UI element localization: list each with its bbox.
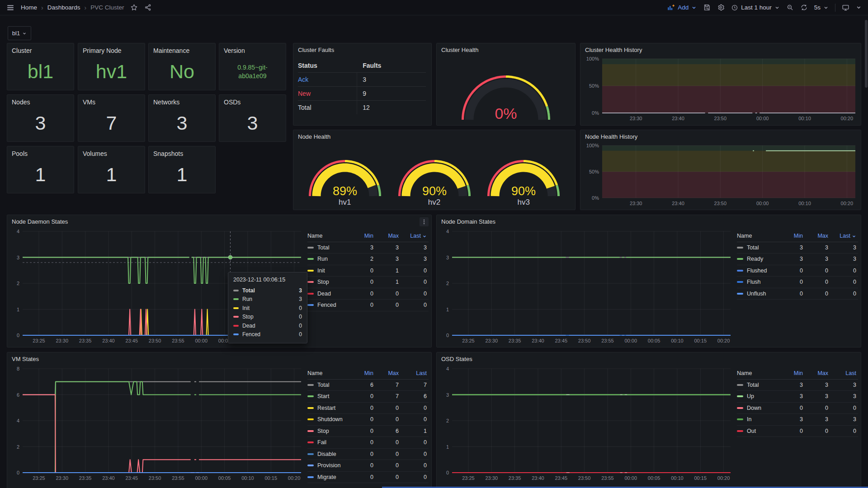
- stat-panel-volumes: Volumes 1: [78, 146, 145, 193]
- legend-min-value: 0: [353, 428, 375, 434]
- legend-header-last[interactable]: Last: [401, 370, 429, 376]
- table-row: Total12: [298, 101, 426, 114]
- legend-header-last[interactable]: Last: [401, 233, 429, 239]
- breadcrumb-current: PVC Cluster: [90, 4, 124, 11]
- svg-text:00:00: 00:00: [195, 338, 208, 343]
- vm-states-chart[interactable]: 0246823:2523:3023:3523:4023:4523:5023:55…: [10, 364, 305, 483]
- legend-min-value: 0: [353, 439, 375, 446]
- legend-series-dead[interactable]: Dead: [307, 291, 353, 297]
- legend-series-restart[interactable]: Restart: [307, 405, 353, 411]
- legend-header-max[interactable]: Max: [375, 233, 401, 239]
- legend-row: Out000: [737, 426, 858, 437]
- time-range-picker[interactable]: Last 1 hour: [731, 4, 780, 11]
- series-color-swatch: [307, 258, 314, 260]
- legend-series-init[interactable]: Init: [307, 267, 353, 274]
- osd-states-chart[interactable]: 0123423:2523:3023:3523:4023:4523:5023:55…: [439, 364, 734, 483]
- legend-row: Start076: [307, 391, 429, 403]
- legend-max-value: 0: [375, 451, 401, 457]
- legend-series-fail[interactable]: Fail: [307, 439, 353, 446]
- scrollbar-thumb[interactable]: [865, 20, 868, 88]
- table-header-faults[interactable]: Faults: [357, 59, 426, 72]
- panel-menu-icon[interactable]: [420, 217, 429, 226]
- panel-osd-states: OSD States 0123423:2523:3023:3523:4023:4…: [436, 352, 861, 488]
- legend-series-fenced[interactable]: Fenced: [307, 302, 353, 308]
- refresh-interval-picker[interactable]: 5s: [814, 4, 829, 11]
- svg-text:23:50: 23:50: [578, 475, 591, 481]
- svg-text:00:05: 00:05: [648, 338, 660, 343]
- legend-last-value: 0: [401, 267, 429, 274]
- legend-min-value: 3: [782, 416, 805, 422]
- legend-series-total[interactable]: Total: [307, 382, 353, 388]
- variable-selector[interactable]: bl1: [8, 26, 31, 40]
- legend-header-max[interactable]: Max: [805, 370, 830, 376]
- stat-title: Cluster: [12, 47, 32, 54]
- legend-header-name[interactable]: Name: [307, 370, 353, 376]
- legend-series-stop[interactable]: Stop: [307, 428, 353, 434]
- legend-series-stop[interactable]: Stop: [307, 279, 353, 285]
- series-color-swatch: [233, 307, 239, 309]
- legend-series-total[interactable]: Total: [307, 244, 353, 251]
- series-color-swatch: [307, 304, 314, 306]
- legend-min-value: 0: [353, 405, 375, 411]
- legend-series-total[interactable]: Total: [737, 382, 782, 388]
- legend-series-up[interactable]: Up: [737, 393, 782, 399]
- legend-series-shutdown[interactable]: Shutdown: [307, 416, 353, 422]
- zoom-out-icon[interactable]: [786, 4, 794, 11]
- table-header-status[interactable]: Status: [298, 59, 357, 72]
- breadcrumb-home[interactable]: Home: [21, 4, 37, 11]
- gauge-label: hv2: [428, 198, 440, 207]
- svg-text:0: 0: [17, 470, 19, 475]
- legend-series-run[interactable]: Run: [307, 256, 353, 262]
- legend-series-provision[interactable]: Provision: [307, 462, 353, 469]
- share-icon[interactable]: [144, 4, 152, 11]
- legend-header-last[interactable]: Last: [830, 370, 858, 376]
- legend-series-flushed[interactable]: Flushed: [737, 267, 782, 274]
- legend-series-in[interactable]: In: [737, 416, 782, 422]
- svg-text:23:50: 23:50: [714, 116, 727, 121]
- panel-title: Node Health: [298, 133, 330, 140]
- series-color-swatch: [307, 293, 314, 295]
- legend-header-name[interactable]: Name: [737, 370, 782, 376]
- legend-series-unflush[interactable]: Unflush: [737, 291, 782, 297]
- legend-header-max[interactable]: Max: [805, 233, 830, 239]
- add-button[interactable]: Add: [667, 4, 697, 12]
- legend-max-value: 0: [375, 439, 401, 446]
- legend-row: Stop010: [307, 277, 429, 288]
- legend-series-down[interactable]: Down: [737, 405, 782, 411]
- legend-header-max[interactable]: Max: [375, 370, 401, 376]
- legend-series-flush[interactable]: Flush: [737, 279, 782, 285]
- tooltip-series-name: Init: [242, 305, 299, 311]
- save-dashboard-icon[interactable]: [703, 4, 711, 11]
- legend-series-disable[interactable]: Disable: [307, 451, 353, 457]
- svg-text:23:25: 23:25: [33, 475, 45, 481]
- legend-series-start[interactable]: Start: [307, 393, 353, 399]
- hamburger-menu-icon[interactable]: [6, 4, 14, 12]
- legend-max-value: 0: [375, 302, 401, 308]
- star-icon[interactable]: [130, 4, 138, 11]
- legend-header-name[interactable]: Name: [307, 233, 353, 239]
- svg-text:23:35: 23:35: [509, 338, 521, 343]
- legend-header-last[interactable]: Last: [830, 233, 858, 239]
- legend-series-out[interactable]: Out: [737, 428, 782, 434]
- legend-header-min[interactable]: Min: [782, 233, 805, 239]
- legend-series-migrate[interactable]: Migrate: [307, 474, 353, 480]
- legend-row: Fenced000: [307, 300, 429, 311]
- refresh-icon[interactable]: [800, 4, 808, 11]
- legend-row: Ready333: [737, 253, 858, 265]
- legend-header-min[interactable]: Min: [353, 370, 375, 376]
- legend-header-min[interactable]: Min: [782, 370, 805, 376]
- legend-header-name[interactable]: Name: [737, 233, 782, 239]
- legend-min-value: 3: [782, 244, 805, 251]
- legend-last-value: 0: [830, 405, 858, 411]
- settings-gear-icon[interactable]: [717, 4, 725, 11]
- legend-series-ready[interactable]: Ready: [737, 256, 782, 262]
- node-domain-states-chart[interactable]: 0123423:2523:3023:3523:4023:4523:5023:55…: [439, 227, 734, 345]
- chevron-down-icon[interactable]: [856, 5, 862, 10]
- tv-mode-icon[interactable]: [842, 4, 849, 11]
- breadcrumb-dashboards[interactable]: Dashboards: [47, 4, 80, 11]
- cluster-health-history-chart[interactable]: 0%50%100%23:3023:4023:5000:0000:1000:20: [582, 54, 859, 123]
- legend-series-total[interactable]: Total: [737, 244, 782, 251]
- fault-count-cell: 9: [357, 87, 426, 100]
- legend-header-min[interactable]: Min: [353, 233, 375, 239]
- node-health-history-chart[interactable]: 0%50%100%23:3023:4023:5000:0000:1000:20: [582, 141, 859, 208]
